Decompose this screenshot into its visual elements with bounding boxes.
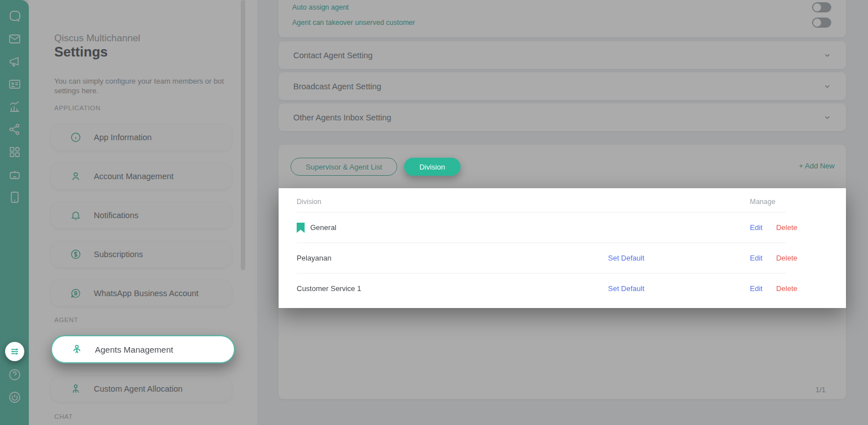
division-name: General	[310, 223, 336, 232]
delete-link[interactable]: Delete	[776, 223, 797, 232]
delete-link[interactable]: Delete	[776, 284, 797, 293]
sidebar-item-agents-management[interactable]: Agents Management	[51, 335, 235, 363]
set-default-link[interactable]: Set Default	[608, 254, 750, 262]
table-row: General Edit Delete	[297, 212, 786, 242]
table-row: Customer Service 1 Set Default Edit Dele…	[297, 273, 786, 303]
division-name: Pelayanan	[297, 254, 331, 262]
table-header-row: Division Manage	[297, 192, 786, 212]
division-name: Customer Service 1	[297, 284, 361, 293]
edit-link[interactable]: Edit	[750, 284, 762, 293]
table-row: Pelayanan Set Default Edit Delete	[297, 242, 786, 273]
tab-division[interactable]: Division	[404, 158, 461, 176]
column-header-division: Division	[297, 198, 608, 206]
division-table: Division Manage General Edit Delete	[279, 188, 846, 308]
settings-icon[interactable]	[5, 342, 24, 361]
default-bookmark-icon	[297, 223, 305, 233]
agent-person-icon	[71, 344, 83, 355]
column-header-manage: Manage	[750, 198, 786, 206]
sidebar-item-label: Agents Management	[95, 345, 173, 354]
edit-link[interactable]: Edit	[750, 223, 762, 232]
edit-link[interactable]: Edit	[750, 254, 762, 262]
set-default-link[interactable]: Set Default	[608, 284, 750, 293]
delete-link[interactable]: Delete	[776, 254, 797, 262]
